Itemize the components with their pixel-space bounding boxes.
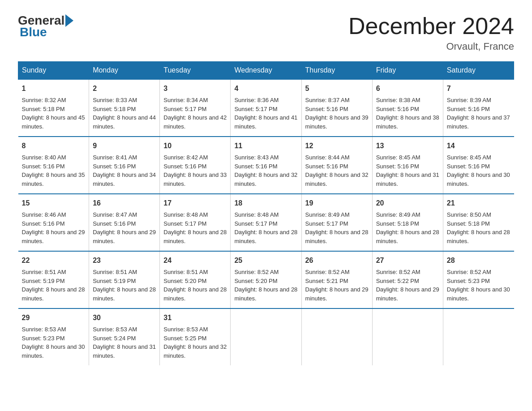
daylight-info: Daylight: 8 hours and 29 minutes. [305,286,369,302]
sunrise-info: Sunrise: 8:53 AM [22,326,66,333]
sunset-info: Sunset: 5:20 PM [163,278,206,284]
day-number: 30 [93,313,156,323]
sunrise-info: Sunrise: 8:34 AM [163,97,208,103]
sunset-info: Sunset: 5:16 PM [93,220,136,227]
calendar-cell: 27Sunrise: 8:52 AMSunset: 5:22 PMDayligh… [372,251,443,308]
daylight-info: Daylight: 8 hours and 29 minutes. [93,229,156,244]
day-number: 19 [305,198,369,209]
weekday-header-monday: Monday [89,62,160,80]
calendar-cell: 29Sunrise: 8:53 AMSunset: 5:23 PMDayligh… [18,308,89,365]
sunrise-info: Sunrise: 8:52 AM [447,269,491,275]
sunset-info: Sunset: 5:17 PM [305,220,348,227]
sunset-info: Sunset: 5:25 PM [163,335,206,342]
day-number: 12 [305,141,369,151]
sunset-info: Sunset: 5:19 PM [93,278,136,284]
daylight-info: Daylight: 8 hours and 31 minutes. [376,171,439,187]
sunset-info: Sunset: 5:16 PM [305,163,348,170]
daylight-info: Daylight: 8 hours and 32 minutes. [305,171,369,187]
sunrise-info: Sunrise: 8:46 AM [22,211,66,218]
sunset-info: Sunset: 5:19 PM [22,278,65,284]
calendar-week-row: 8Sunrise: 8:40 AMSunset: 5:16 PMDaylight… [18,137,514,194]
sunset-info: Sunset: 5:16 PM [93,163,136,170]
day-number: 7 [447,83,511,94]
calendar-cell: 26Sunrise: 8:52 AMSunset: 5:21 PMDayligh… [301,251,372,308]
sunset-info: Sunset: 5:16 PM [234,163,277,170]
daylight-info: Daylight: 8 hours and 34 minutes. [93,171,156,187]
calendar-cell: 20Sunrise: 8:49 AMSunset: 5:18 PMDayligh… [372,194,443,251]
weekday-header-tuesday: Tuesday [160,62,231,80]
calendar-cell: 10Sunrise: 8:42 AMSunset: 5:16 PMDayligh… [160,137,231,194]
calendar-cell: 11Sunrise: 8:43 AMSunset: 5:16 PMDayligh… [231,137,301,194]
weekday-header-thursday: Thursday [301,62,372,80]
day-number: 31 [163,313,227,323]
sunrise-info: Sunrise: 8:52 AM [376,269,420,275]
sunset-info: Sunset: 5:16 PM [376,163,419,170]
calendar-cell: 31Sunrise: 8:53 AMSunset: 5:25 PMDayligh… [160,308,231,365]
sunrise-info: Sunrise: 8:42 AM [163,154,208,161]
sunrise-info: Sunrise: 8:52 AM [305,269,350,275]
calendar-cell: 17Sunrise: 8:48 AMSunset: 5:17 PMDayligh… [160,194,231,251]
day-number: 8 [22,141,86,151]
day-number: 20 [376,198,439,209]
sunset-info: Sunset: 5:18 PM [447,220,490,227]
sunset-info: Sunset: 5:18 PM [22,106,65,112]
weekday-header-wednesday: Wednesday [231,62,301,80]
calendar-cell [301,308,372,365]
daylight-info: Daylight: 8 hours and 28 minutes. [234,286,297,302]
daylight-info: Daylight: 8 hours and 30 minutes. [447,171,510,187]
day-number: 22 [22,255,86,266]
daylight-info: Daylight: 8 hours and 30 minutes. [22,343,85,359]
sunrise-info: Sunrise: 8:39 AM [447,97,491,103]
sunrise-info: Sunrise: 8:33 AM [93,97,137,103]
calendar-table: SundayMondayTuesdayWednesdayThursdayFrid… [18,61,514,365]
daylight-info: Daylight: 8 hours and 41 minutes. [234,114,297,130]
daylight-info: Daylight: 8 hours and 28 minutes. [93,286,156,302]
day-number: 25 [234,255,297,266]
calendar-cell: 7Sunrise: 8:39 AMSunset: 5:16 PMDaylight… [443,79,514,137]
sunrise-info: Sunrise: 8:50 AM [447,211,491,218]
sunrise-info: Sunrise: 8:48 AM [234,211,279,218]
sunrise-info: Sunrise: 8:51 AM [22,269,66,275]
sunset-info: Sunset: 5:16 PM [22,163,65,170]
day-number: 13 [376,141,439,151]
calendar-cell: 12Sunrise: 8:44 AMSunset: 5:16 PMDayligh… [301,137,372,194]
calendar-cell: 18Sunrise: 8:48 AMSunset: 5:17 PMDayligh… [231,194,301,251]
day-number: 28 [447,255,511,266]
sunrise-info: Sunrise: 8:52 AM [234,269,279,275]
day-number: 5 [305,83,369,94]
sunrise-info: Sunrise: 8:32 AM [22,97,66,103]
sunset-info: Sunset: 5:21 PM [305,278,348,284]
daylight-info: Daylight: 8 hours and 30 minutes. [447,286,510,302]
weekday-header-row: SundayMondayTuesdayWednesdayThursdayFrid… [18,62,514,80]
calendar-cell: 14Sunrise: 8:45 AMSunset: 5:16 PMDayligh… [443,137,514,194]
location-subtitle: Orvault, France [348,41,514,52]
sunset-info: Sunset: 5:17 PM [163,220,206,227]
daylight-info: Daylight: 8 hours and 38 minutes. [376,114,439,130]
sunset-info: Sunset: 5:16 PM [22,220,65,227]
calendar-cell: 13Sunrise: 8:45 AMSunset: 5:16 PMDayligh… [372,137,443,194]
daylight-info: Daylight: 8 hours and 37 minutes. [447,114,510,130]
sunrise-info: Sunrise: 8:45 AM [376,154,420,161]
calendar-week-row: 29Sunrise: 8:53 AMSunset: 5:23 PMDayligh… [18,308,514,365]
sunrise-info: Sunrise: 8:47 AM [93,211,137,218]
day-number: 17 [163,198,227,209]
day-number: 1 [22,83,86,94]
calendar-cell: 5Sunrise: 8:37 AMSunset: 5:16 PMDaylight… [301,79,372,137]
calendar-cell [443,308,514,365]
calendar-week-row: 1Sunrise: 8:32 AMSunset: 5:18 PMDaylight… [18,79,514,137]
sunrise-info: Sunrise: 8:49 AM [376,211,420,218]
calendar-cell: 1Sunrise: 8:32 AMSunset: 5:18 PMDaylight… [18,79,89,137]
sunset-info: Sunset: 5:24 PM [93,335,136,342]
daylight-info: Daylight: 8 hours and 28 minutes. [447,229,510,244]
calendar-cell: 2Sunrise: 8:33 AMSunset: 5:18 PMDaylight… [89,79,160,137]
sunset-info: Sunset: 5:17 PM [163,106,206,112]
sunset-info: Sunset: 5:23 PM [447,278,490,284]
day-number: 21 [447,198,511,209]
day-number: 26 [305,255,369,266]
calendar-week-row: 22Sunrise: 8:51 AMSunset: 5:19 PMDayligh… [18,251,514,308]
sunset-info: Sunset: 5:17 PM [234,106,277,112]
sunset-info: Sunset: 5:23 PM [22,335,65,342]
sunset-info: Sunset: 5:16 PM [447,106,490,112]
weekday-header-sunday: Sunday [18,62,89,80]
calendar-cell [231,308,301,365]
